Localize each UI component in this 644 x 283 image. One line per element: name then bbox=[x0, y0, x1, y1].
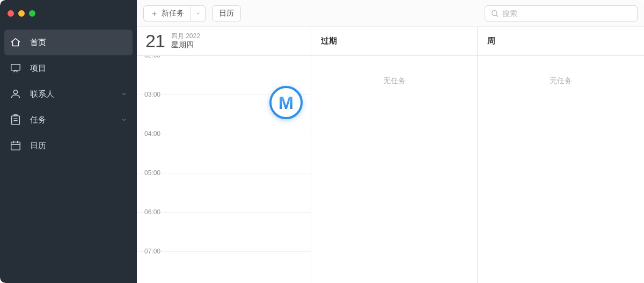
overdue-column: 过期 无任务 bbox=[311, 27, 478, 283]
svg-rect-0 bbox=[11, 64, 20, 70]
app-logo-badge: M bbox=[269, 86, 303, 119]
time-label: 04:00 bbox=[144, 130, 160, 137]
home-icon bbox=[10, 37, 21, 48]
maximize-window-button[interactable] bbox=[29, 10, 35, 17]
today-month-year: 四月 2022 bbox=[171, 32, 200, 40]
week-empty-hint: 无任务 bbox=[478, 56, 644, 86]
overdue-header: 过期 bbox=[311, 27, 477, 56]
search-box[interactable] bbox=[485, 5, 638, 21]
sidebar-item-label: 日历 bbox=[30, 141, 127, 151]
today-header: 21 四月 2022 星期四 bbox=[137, 27, 311, 56]
today-day-number: 21 bbox=[145, 31, 165, 52]
plus-icon: ＋ bbox=[150, 9, 158, 17]
sidebar-item-projects[interactable]: 项目 bbox=[4, 55, 133, 81]
chevron-down-icon bbox=[121, 90, 127, 99]
sidebar: 首页 项目 联系人 任务 bbox=[0, 0, 137, 283]
time-label: 06:00 bbox=[144, 208, 160, 216]
svg-rect-2 bbox=[12, 116, 20, 125]
minimize-window-button[interactable] bbox=[18, 10, 25, 17]
sidebar-item-contacts[interactable]: 联系人 bbox=[4, 81, 133, 107]
week-header: 周 bbox=[478, 27, 644, 56]
time-label: 07:00 bbox=[144, 248, 160, 255]
sidebar-item-label: 首页 bbox=[30, 38, 127, 48]
sidebar-item-tasks[interactable]: 任务 bbox=[4, 107, 133, 133]
time-label: 03:00 bbox=[144, 91, 160, 98]
window-controls bbox=[0, 8, 137, 30]
presentation-icon bbox=[10, 62, 21, 74]
calendar-button-label: 日历 bbox=[219, 9, 234, 18]
week-column: 周 无任务 bbox=[478, 27, 644, 283]
chevron-down-icon bbox=[195, 11, 201, 16]
time-label: 05:00 bbox=[144, 169, 160, 177]
calendar-button[interactable]: 日历 bbox=[212, 5, 241, 21]
today-weekday: 星期四 bbox=[171, 40, 200, 50]
svg-point-4 bbox=[492, 10, 497, 15]
calendar-icon bbox=[10, 140, 21, 151]
sidebar-item-label: 联系人 bbox=[30, 89, 121, 99]
toolbar: ＋ 新任务 日历 bbox=[137, 0, 644, 27]
svg-point-1 bbox=[13, 90, 17, 94]
overdue-empty-hint: 无任务 bbox=[311, 56, 477, 86]
time-slot[interactable]: 05:00 bbox=[137, 173, 311, 213]
new-task-label: 新任务 bbox=[162, 9, 184, 18]
sidebar-item-calendar[interactable]: 日历 bbox=[4, 133, 133, 158]
time-label: 02:00 bbox=[144, 56, 160, 59]
search-input[interactable] bbox=[502, 9, 632, 18]
chevron-down-icon bbox=[121, 115, 127, 125]
time-slot[interactable]: 07:00 bbox=[137, 252, 311, 283]
today-column: 21 四月 2022 星期四 02:0003:0004:0005:0006:00… bbox=[137, 27, 311, 283]
sidebar-item-label: 任务 bbox=[30, 115, 121, 125]
sidebar-nav: 首页 项目 联系人 任务 bbox=[0, 30, 137, 158]
close-window-button[interactable] bbox=[8, 10, 14, 17]
main-panel: ＋ 新任务 日历 21 四月 2022 bbox=[137, 0, 644, 283]
time-slot[interactable]: 04:00 bbox=[137, 134, 311, 173]
new-task-button-group: ＋ 新任务 bbox=[143, 5, 206, 21]
new-task-dropdown-button[interactable] bbox=[191, 5, 206, 21]
tasks-icon bbox=[10, 114, 21, 126]
svg-rect-3 bbox=[11, 142, 20, 150]
sidebar-item-home[interactable]: 首页 bbox=[4, 30, 133, 55]
contacts-icon bbox=[10, 88, 21, 100]
content-area: 21 四月 2022 星期四 02:0003:0004:0005:0006:00… bbox=[137, 27, 644, 283]
app-logo-letter: M bbox=[279, 93, 294, 112]
time-slot[interactable]: 06:00 bbox=[137, 213, 311, 252]
search-icon bbox=[491, 9, 499, 18]
new-task-button[interactable]: ＋ 新任务 bbox=[143, 5, 191, 21]
sidebar-item-label: 项目 bbox=[30, 63, 127, 74]
